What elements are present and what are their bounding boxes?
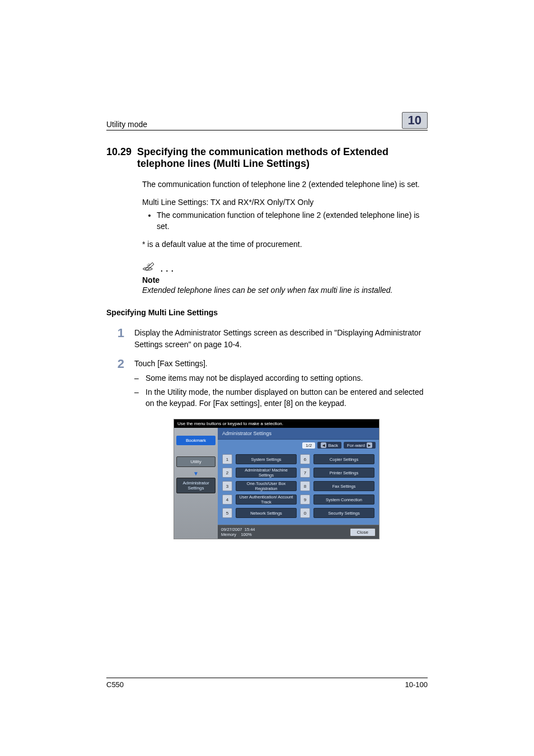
grid-key-5[interactable]: 5	[222, 508, 232, 518]
grid-key-8[interactable]: 8	[300, 481, 310, 491]
step-sublist: Some items may not be displayed accordin…	[134, 372, 428, 409]
network-settings-button[interactable]: Network Settings	[236, 508, 297, 518]
step-text: Touch [Fax Settings].	[134, 358, 428, 369]
sidebar-tab-utility[interactable]: Utility	[176, 456, 216, 467]
procedure-subheading: Specifying Multi Line Settings	[106, 308, 428, 317]
screenshot-title-bar: Administrator Settings	[218, 428, 379, 440]
screenshot-hint-bar: Use the menu buttons or keypad to make a…	[174, 419, 379, 428]
bullet-item: The communication function of telephone …	[157, 209, 428, 232]
screenshot-toolbar: 1/2 ◄Back For-ward►	[218, 440, 379, 451]
printer-settings-button[interactable]: Printer Settings	[313, 468, 374, 478]
paragraph-options: Multi Line Settings: TX and RX*/RX Only/…	[106, 197, 428, 208]
step-subitem: In the Utility mode, the number displaye…	[134, 386, 428, 409]
footer-page-number: 10-100	[405, 680, 428, 689]
screenshot-footer: 09/27/2007 15:44 Memory 100% Close	[218, 525, 379, 539]
forward-button[interactable]: For-ward►	[344, 442, 376, 449]
note-dots-icon: ...	[160, 262, 176, 274]
sidebar-tab-bookmark[interactable]: Bookmark	[176, 436, 216, 445]
screenshot-sidebar: Bookmark Utility ▼ Administrator Setting…	[174, 428, 218, 539]
grid-key-2[interactable]: 2	[222, 468, 232, 478]
note-block: ... Note Extended telephone lines can be…	[142, 261, 428, 295]
paragraph-intro: The communication function of telephone …	[106, 179, 428, 190]
fax-settings-button[interactable]: Fax Settings	[313, 481, 374, 491]
arrow-left-icon: ◄	[321, 442, 326, 448]
page-footer: C550 10-100	[106, 678, 428, 689]
bullet-list: The communication function of telephone …	[106, 209, 428, 232]
page-indicator: 1/2	[302, 442, 315, 449]
embedded-screenshot: Use the menu buttons or keypad to make a…	[174, 419, 380, 539]
section-heading: 10.29 Specifying the communication metho…	[106, 146, 428, 170]
grid-key-7[interactable]: 7	[300, 468, 310, 478]
system-connection-button[interactable]: System Connection	[313, 494, 374, 505]
footer-model: C550	[106, 680, 124, 689]
step-2: 2 Touch [Fax Settings]. Some items may n…	[106, 358, 428, 411]
settings-button-grid: 1 System Settings 6 Copier Settings 2 Ad…	[218, 451, 379, 525]
pencil-icon	[142, 261, 158, 274]
step-subitem: Some items may not be displayed accordin…	[134, 372, 428, 384]
grid-key-3[interactable]: 3	[222, 481, 232, 491]
grid-key-1[interactable]: 1	[222, 454, 232, 464]
chevron-down-icon: ▼	[174, 470, 218, 477]
onetouch-userbox-button[interactable]: One-Touch/User Box Registration	[236, 481, 297, 491]
step-number: 2	[112, 358, 124, 411]
close-button[interactable]: Close	[350, 528, 376, 536]
grid-key-9[interactable]: 9	[300, 494, 310, 505]
back-button[interactable]: ◄Back	[317, 442, 341, 449]
back-label: Back	[328, 443, 338, 448]
step-text: Display the Administrator Settings scree…	[134, 327, 428, 350]
sidebar-tab-admin-settings[interactable]: Administrator Settings	[176, 478, 216, 493]
paragraph-default-note: * is a default value at the time of proc…	[106, 239, 428, 250]
forward-label: For-ward	[347, 443, 365, 448]
step-number: 1	[112, 327, 124, 350]
grid-key-0[interactable]: 0	[300, 508, 310, 518]
running-title: Utility mode	[106, 120, 147, 129]
step-1: 1 Display the Administrator Settings scr…	[106, 327, 428, 350]
note-label: Note	[142, 276, 428, 284]
section-number: 10.29	[106, 146, 132, 170]
admin-machine-settings-button[interactable]: Administrator/ Machine Settings	[236, 468, 297, 478]
grid-key-6[interactable]: 6	[300, 454, 310, 464]
screenshot-status: 09/27/2007 15:44 Memory 100%	[221, 527, 255, 537]
running-header: Utility mode 10	[106, 112, 428, 130]
user-auth-account-button[interactable]: User Authentication/ Account Track	[236, 494, 297, 505]
grid-key-4[interactable]: 4	[222, 494, 232, 505]
arrow-right-icon: ►	[367, 442, 372, 448]
system-settings-button[interactable]: System Settings	[236, 454, 297, 464]
section-title-text: Specifying the communication methods of …	[137, 146, 428, 170]
note-text: Extended telephone lines can be set only…	[142, 286, 428, 295]
chapter-number-box: 10	[402, 112, 428, 129]
copier-settings-button[interactable]: Copier Settings	[313, 454, 374, 464]
security-settings-button[interactable]: Security Settings	[313, 508, 374, 518]
